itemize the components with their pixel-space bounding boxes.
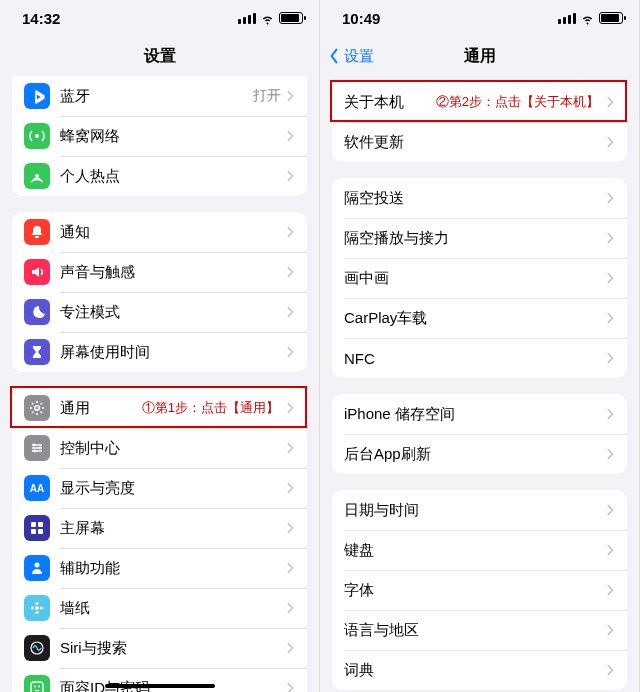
- row-item-2-4[interactable]: 辅助功能: [12, 548, 307, 588]
- row-app[interactable]: 后台App刷新: [332, 434, 627, 474]
- row-label: 专注模式: [60, 303, 120, 322]
- row-label: 键盘: [344, 541, 374, 560]
- svg-point-21: [38, 686, 40, 688]
- step-annotation: ①第1步：点击【通用】: [142, 399, 279, 417]
- svg-point-4: [33, 444, 36, 447]
- row-label: 后台App刷新: [344, 445, 431, 464]
- row-item-3-3[interactable]: 语言与地区: [332, 610, 627, 650]
- svg-point-6: [34, 450, 37, 453]
- row-item-0-2[interactable]: 个人热点: [12, 156, 307, 196]
- chevron-left-icon: [326, 48, 342, 64]
- chevron-right-icon: [605, 623, 615, 637]
- hourglass-icon: [24, 339, 50, 365]
- row-item-2-0[interactable]: 通用①第1步：点击【通用】: [12, 388, 307, 428]
- svg-text:AA: AA: [30, 483, 44, 494]
- row-item-1-0[interactable]: 通知: [12, 212, 307, 252]
- chevron-right-icon: [285, 225, 295, 239]
- chevron-right-icon: [605, 663, 615, 677]
- svg-point-12: [35, 563, 40, 568]
- chevron-right-icon: [285, 681, 295, 692]
- chevron-right-icon: [605, 407, 615, 421]
- sliders-icon: [24, 435, 50, 461]
- row-nfc[interactable]: NFC: [332, 338, 627, 378]
- svg-point-5: [39, 447, 42, 450]
- row-item-3-1[interactable]: 键盘: [332, 530, 627, 570]
- settings-group: 日期与时间键盘字体语言与地区词典: [332, 490, 627, 690]
- back-label: 设置: [344, 47, 374, 66]
- row-label: 蓝牙: [60, 87, 90, 106]
- row-item-0-0[interactable]: 关于本机②第2步：点击【关于本机】: [332, 82, 627, 122]
- row-item-3-0[interactable]: 日期与时间: [332, 490, 627, 530]
- row-label: 日期与时间: [344, 501, 419, 520]
- row-label: 控制中心: [60, 439, 120, 458]
- row-label: 蜂窝网络: [60, 127, 120, 146]
- row-label: 字体: [344, 581, 374, 600]
- row-label: 隔空投送: [344, 189, 404, 208]
- row-item-0-1[interactable]: 蜂窝网络: [12, 116, 307, 156]
- chevron-right-icon: [285, 265, 295, 279]
- row-item-3-2[interactable]: 字体: [332, 570, 627, 610]
- row-label: 语言与地区: [344, 621, 419, 640]
- svg-point-15: [35, 611, 38, 614]
- battery-icon: [279, 12, 303, 24]
- row-item-2-1[interactable]: 控制中心: [12, 428, 307, 468]
- row-item-2-3[interactable]: 主屏幕: [12, 508, 307, 548]
- row-label: 隔空播放与接力: [344, 229, 449, 248]
- row-item-0-1[interactable]: 软件更新: [332, 122, 627, 162]
- chevron-right-icon: [285, 305, 295, 319]
- row-item-1-1[interactable]: 声音与触感: [12, 252, 307, 292]
- row-item-2-5[interactable]: 墙纸: [12, 588, 307, 628]
- row-item-3-4[interactable]: 词典: [332, 650, 627, 690]
- home-indicator: [105, 684, 215, 688]
- flower-icon: [24, 595, 50, 621]
- nav-bar: 设置: [0, 36, 319, 76]
- page-title: 通用: [464, 46, 496, 67]
- row-label: 软件更新: [344, 133, 404, 152]
- chevron-right-icon: [285, 345, 295, 359]
- row-label: 屏幕使用时间: [60, 343, 150, 362]
- svg-point-16: [31, 606, 34, 609]
- chevron-right-icon: [605, 271, 615, 285]
- chevron-right-icon: [285, 521, 295, 535]
- svg-rect-9: [38, 522, 43, 527]
- hotspot-icon: [24, 163, 50, 189]
- row-item-1-0[interactable]: 隔空投送: [332, 178, 627, 218]
- row-id[interactable]: 面容ID与密码: [12, 668, 307, 692]
- row-carplay[interactable]: CarPlay车载: [332, 298, 627, 338]
- chevron-right-icon: [605, 231, 615, 245]
- row-item-0-0[interactable]: 蓝牙打开: [12, 76, 307, 116]
- svg-rect-11: [38, 529, 43, 534]
- svg-rect-10: [31, 529, 36, 534]
- row-iphone[interactable]: iPhone 储存空间: [332, 394, 627, 434]
- moon-icon: [24, 299, 50, 325]
- general-list[interactable]: 关于本机②第2步：点击【关于本机】软件更新隔空投送隔空播放与接力画中画CarPl…: [320, 76, 639, 692]
- row-label: NFC: [344, 350, 375, 367]
- row-label: iPhone 储存空间: [344, 405, 455, 424]
- row-item-1-3[interactable]: 屏幕使用时间: [12, 332, 307, 372]
- chevron-right-icon: [285, 441, 295, 455]
- row-item-1-2[interactable]: 专注模式: [12, 292, 307, 332]
- row-label: 关于本机: [344, 93, 404, 112]
- row-item-1-2[interactable]: 画中画: [332, 258, 627, 298]
- chevron-right-icon: [605, 351, 615, 365]
- bell-icon: [24, 219, 50, 245]
- row-item-1-1[interactable]: 隔空播放与接力: [332, 218, 627, 258]
- chevron-right-icon: [605, 191, 615, 205]
- row-detail: 打开: [253, 87, 281, 105]
- bluetooth-icon: [24, 83, 50, 109]
- person-icon: [24, 555, 50, 581]
- grid-icon: [24, 515, 50, 541]
- row-siri[interactable]: Siri与搜索: [12, 628, 307, 668]
- status-bar: 10:49: [320, 0, 639, 36]
- row-label: 主屏幕: [60, 519, 105, 538]
- aa-icon: AA: [24, 475, 50, 501]
- cell-signal-icon: [558, 13, 576, 24]
- back-button[interactable]: 设置: [326, 36, 374, 76]
- settings-list[interactable]: 蓝牙打开蜂窝网络个人热点通知声音与触感专注模式屏幕使用时间通用①第1步：点击【通…: [0, 76, 319, 692]
- status-time: 14:32: [22, 10, 60, 27]
- row-item-2-2[interactable]: AA显示与亮度: [12, 468, 307, 508]
- settings-group: 通用①第1步：点击【通用】控制中心AA显示与亮度主屏幕辅助功能墙纸Siri与搜索…: [12, 388, 307, 692]
- row-label: 显示与亮度: [60, 479, 135, 498]
- svg-point-17: [40, 606, 43, 609]
- svg-rect-8: [31, 522, 36, 527]
